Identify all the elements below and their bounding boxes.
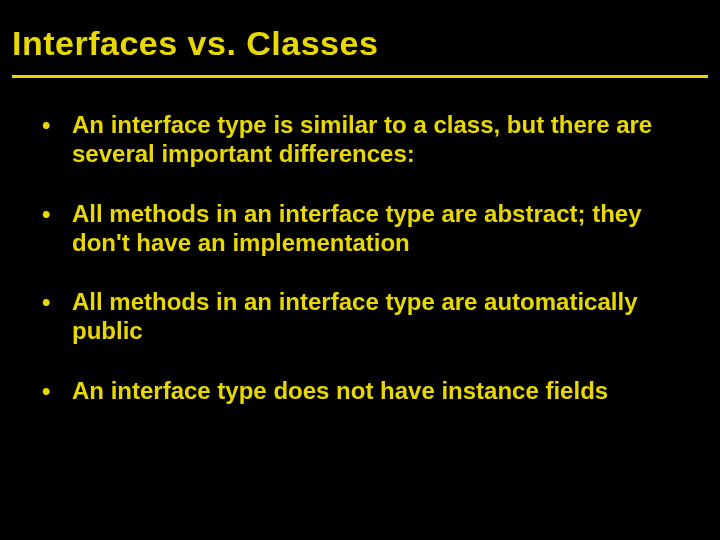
slide-content: An interface type is similar to a class,…	[12, 110, 708, 405]
list-item: An interface type is similar to a class,…	[38, 110, 678, 169]
slide-title: Interfaces vs. Classes	[12, 24, 708, 78]
list-item: An interface type does not have instance…	[38, 376, 678, 405]
list-item: All methods in an interface type are abs…	[38, 199, 678, 258]
list-item: All methods in an interface type are aut…	[38, 287, 678, 346]
bullet-list: An interface type is similar to a class,…	[38, 110, 678, 405]
slide: Interfaces vs. Classes An interface type…	[0, 0, 720, 540]
